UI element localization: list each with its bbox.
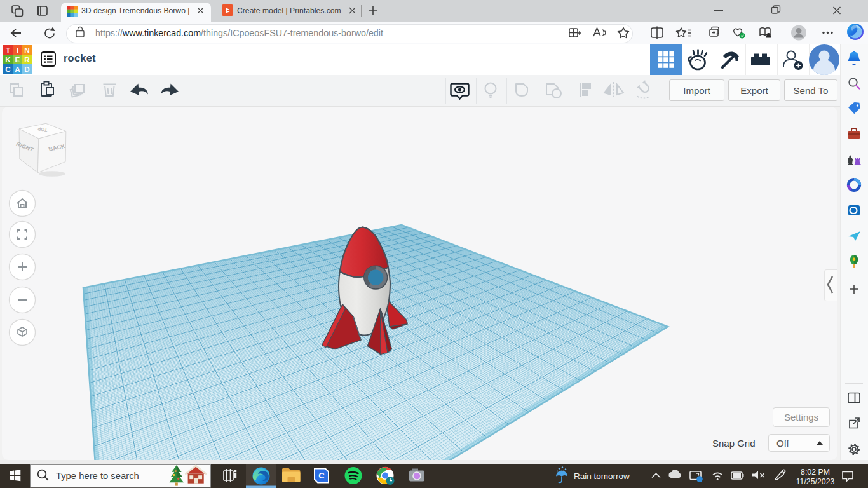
- svg-text:R: R: [24, 55, 30, 64]
- svg-text:C: C: [5, 65, 11, 73]
- svg-text:Type here to search: Type here to search: [56, 471, 139, 481]
- svg-text:8:02 PM: 8:02 PM: [801, 468, 830, 477]
- svg-text:D: D: [24, 65, 29, 73]
- svg-text:N: N: [24, 46, 29, 54]
- svg-text:C: C: [318, 471, 325, 480]
- svg-text:A: A: [15, 65, 20, 73]
- svg-text:K: K: [5, 55, 11, 64]
- svg-text:I: I: [17, 46, 18, 54]
- svg-text:Rain tomorrow: Rain tomorrow: [574, 471, 630, 481]
- svg-text:11/25/2023: 11/25/2023: [796, 477, 835, 486]
- svg-text:T: T: [6, 46, 11, 54]
- svg-text:E: E: [15, 55, 20, 64]
